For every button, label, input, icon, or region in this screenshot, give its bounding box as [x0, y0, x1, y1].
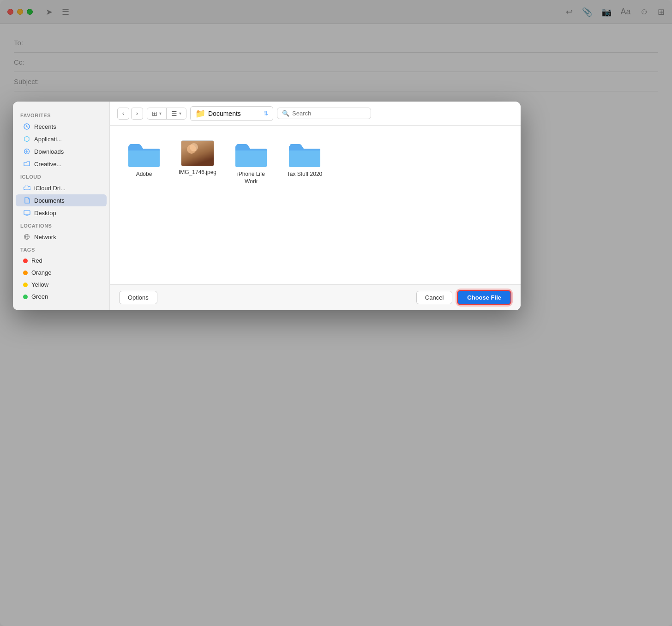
forward-button[interactable]: ›	[131, 108, 143, 120]
download-icon	[23, 148, 30, 155]
sidebar-item-icloud-drive[interactable]: iCloud Dri...	[16, 182, 107, 194]
sidebar-item-label: Recents	[34, 123, 56, 130]
selector-arrows-icon: ⇅	[264, 110, 268, 117]
file-item-adobe[interactable]: Adobe	[121, 137, 167, 189]
folder-blue-icon: 📁	[195, 108, 205, 119]
file-item-name: Tax Stuff 2020	[287, 171, 323, 178]
globe-icon	[23, 233, 30, 241]
icloud-section-label: iCloud	[13, 170, 109, 181]
folder-icon	[23, 160, 30, 168]
file-item-name: IMG_1746.jpeg	[179, 169, 216, 176]
sidebar-item-creative[interactable]: Creative...	[16, 158, 107, 170]
main-area: ‹ › ⊞ ▾ ☰ ▾ 📁 Documents	[110, 102, 521, 310]
search-input[interactable]	[292, 110, 366, 117]
sidebar-item-documents[interactable]: Documents	[16, 194, 107, 206]
action-buttons: Cancel Choose File	[416, 290, 511, 305]
sidebar-item-tag-green[interactable]: Green	[16, 291, 107, 302]
file-grid: Adobe IMG_1746.jpeg iPhone L	[110, 126, 521, 284]
modal-overlay	[0, 0, 672, 626]
sidebar-item-desktop[interactable]: Desktop	[16, 207, 107, 219]
sidebar-item-label: Desktop	[34, 210, 56, 217]
search-icon: 🔍	[282, 110, 289, 117]
file-item-name: iPhone Life Work	[232, 171, 270, 185]
sidebar-item-downloads[interactable]: Downloads	[16, 145, 107, 157]
location-name: Documents	[208, 110, 241, 117]
sidebar-item-tag-yellow[interactable]: Yellow	[16, 279, 107, 290]
folder-icon-svg	[288, 140, 321, 168]
file-picker-content: Favorites Recents Applicati..	[13, 102, 521, 310]
folder-icon-svg	[234, 140, 268, 168]
file-item-iphone-life[interactable]: iPhone Life Work	[228, 137, 274, 189]
search-box[interactable]: 🔍	[277, 108, 371, 119]
red-tag-dot	[23, 259, 28, 263]
sidebar-item-label: iCloud Dri...	[34, 185, 66, 192]
document-icon	[23, 197, 30, 204]
tags-section-label: Tags	[13, 243, 109, 254]
chevron-down-icon: ▾	[159, 111, 162, 116]
file-item-tax-stuff[interactable]: Tax Stuff 2020	[282, 137, 328, 189]
icon-view-button[interactable]: ⊞ ▾	[147, 108, 167, 119]
file-picker-dialog: Favorites Recents Applicati..	[13, 102, 521, 310]
desktop-icon	[23, 209, 30, 217]
image-thumbnail	[181, 140, 214, 166]
back-button[interactable]: ‹	[117, 108, 129, 120]
sidebar-item-applications[interactable]: Applicati...	[16, 133, 107, 145]
svg-line-2	[27, 126, 28, 127]
sidebar-item-label: Documents	[34, 197, 65, 204]
grid-icon: ⊞	[152, 110, 157, 117]
sidebar: Favorites Recents Applicati..	[13, 102, 110, 310]
sidebar-item-label: Yellow	[31, 281, 48, 288]
file-picker-toolbar: ‹ › ⊞ ▾ ☰ ▾ 📁 Documents	[110, 102, 521, 126]
sidebar-item-label: Network	[34, 234, 56, 241]
file-item-name: Adobe	[136, 171, 152, 178]
choose-file-button[interactable]: Choose File	[457, 290, 511, 305]
list-view-icon: ☰	[171, 110, 177, 117]
sidebar-item-label: Creative...	[34, 161, 61, 168]
sidebar-item-network[interactable]: Network	[16, 231, 107, 243]
nav-buttons: ‹ ›	[117, 108, 143, 120]
locations-section-label: Locations	[13, 219, 109, 230]
sidebar-item-label: Downloads	[34, 148, 64, 155]
sidebar-item-tag-orange[interactable]: Orange	[16, 267, 107, 278]
cancel-button[interactable]: Cancel	[416, 291, 452, 304]
sidebar-item-label: Red	[31, 257, 42, 264]
sidebar-item-tag-red[interactable]: Red	[16, 255, 107, 266]
file-item-img1746[interactable]: IMG_1746.jpeg	[174, 137, 221, 189]
folder-icon-svg	[127, 140, 161, 168]
cloud-icon	[23, 184, 30, 192]
green-tag-dot	[23, 295, 28, 299]
orange-tag-dot	[23, 271, 28, 275]
yellow-tag-dot	[23, 283, 28, 287]
svg-rect-5	[24, 211, 30, 215]
clock-icon	[23, 123, 30, 130]
options-button[interactable]: Options	[119, 291, 157, 304]
bottom-bar: Options Cancel Choose File	[110, 284, 521, 310]
location-selector-inner: 📁 Documents	[195, 108, 241, 119]
apps-icon	[23, 135, 30, 143]
list-view-button[interactable]: ☰ ▾	[167, 108, 186, 119]
sidebar-item-label: Orange	[31, 269, 51, 276]
sidebar-item-label: Green	[31, 293, 48, 300]
chevron-down-icon: ▾	[179, 111, 181, 116]
sidebar-item-label: Applicati...	[34, 136, 62, 143]
view-toggle: ⊞ ▾ ☰ ▾	[147, 108, 186, 120]
location-selector[interactable]: 📁 Documents ⇅	[190, 106, 273, 121]
favorites-section-label: Favorites	[13, 109, 109, 120]
sidebar-item-recents[interactable]: Recents	[16, 120, 107, 132]
